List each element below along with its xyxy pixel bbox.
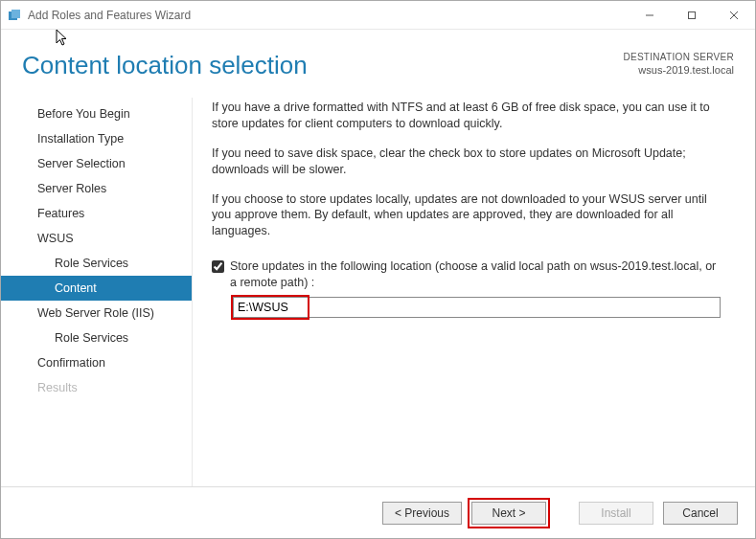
sidebar-item-iis-role-services[interactable]: Role Services <box>1 326 192 350</box>
destination-server: wsus-2019.test.local <box>623 63 734 77</box>
window-title: Add Roles and Features Wizard <box>28 9 629 22</box>
path-row <box>233 297 721 318</box>
cancel-button[interactable]: Cancel <box>663 502 738 525</box>
paragraph-3: If you choose to store updates locally, … <box>212 191 721 240</box>
sidebar-item-server-roles[interactable]: Server Roles <box>1 176 192 201</box>
page-title: Content location selection <box>22 51 623 80</box>
svg-rect-3 <box>689 11 696 18</box>
install-button: Install <box>579 502 653 525</box>
paragraph-1: If you have a drive formatted with NTFS … <box>212 100 721 132</box>
sidebar-item-installation-type[interactable]: Installation Type <box>1 126 192 151</box>
sidebar-item-features[interactable]: Features <box>1 201 192 226</box>
wizard-header: Content location selection DESTINATION S… <box>1 30 755 88</box>
store-updates-label: Store updates in the following location … <box>230 258 721 291</box>
titlebar: Add Roles and Features Wizard <box>1 1 755 30</box>
update-path-input[interactable] <box>233 297 721 318</box>
sidebar-item-server-selection[interactable]: Server Selection <box>1 151 192 176</box>
maximize-button[interactable] <box>671 2 713 29</box>
app-icon <box>7 8 22 23</box>
minimize-button[interactable] <box>629 2 671 29</box>
next-button[interactable]: Next > <box>471 502 546 525</box>
store-updates-row: Store updates in the following location … <box>212 258 721 291</box>
svg-rect-1 <box>11 10 20 18</box>
sidebar-item-wsus-role-services[interactable]: Role Services <box>1 251 192 276</box>
sidebar-item-results: Results <box>1 375 192 400</box>
sidebar-item-content[interactable]: Content <box>1 276 192 301</box>
titlebar-buttons <box>629 2 755 29</box>
destination-label: DESTINATION SERVER <box>623 51 734 63</box>
store-updates-checkbox[interactable] <box>212 260 224 273</box>
content-panel: If you have a drive formatted with NTFS … <box>193 98 755 486</box>
close-button[interactable] <box>713 2 755 29</box>
sidebar: Before You Begin Installation Type Serve… <box>1 98 193 486</box>
sidebar-item-before-you-begin[interactable]: Before You Begin <box>1 101 192 126</box>
destination-info: DESTINATION SERVER wsus-2019.test.local <box>623 51 734 77</box>
sidebar-item-wsus[interactable]: WSUS <box>1 226 192 251</box>
sidebar-item-web-server-role[interactable]: Web Server Role (IIS) <box>1 301 192 326</box>
previous-button[interactable]: < Previous <box>382 502 462 525</box>
wizard-window: Add Roles and Features Wizard Content lo… <box>0 0 756 539</box>
wizard-body: Before You Begin Installation Type Serve… <box>1 88 755 486</box>
wizard-footer: < Previous Next > Install Cancel <box>1 486 755 538</box>
paragraph-2: If you need to save disk space, clear th… <box>212 146 721 178</box>
sidebar-item-confirmation[interactable]: Confirmation <box>1 350 192 375</box>
